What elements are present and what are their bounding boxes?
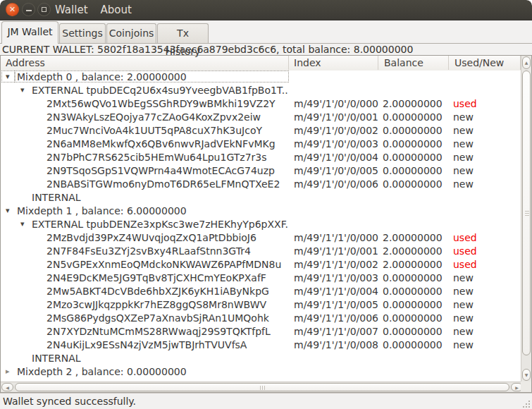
tree-row[interactable]: INTERNAL (1, 191, 521, 204)
index-cell: m/49'/1'/1'/0/006 (294, 312, 378, 325)
tree-row[interactable]: 2MzBvdjd39PxZ4WUvqjoqZxQ1aPtDbbioJ6m/49'… (1, 231, 521, 245)
tree-row[interactable]: 2N7XYDzNtuMCmMS28RWwaqj29S9TQKTfpfLm/49'… (1, 325, 521, 338)
balance-cell: 2.00000000 (383, 258, 443, 271)
index-cell: m/49'/1'/0'/0/005 (294, 164, 378, 178)
column-header-index[interactable]: Index (289, 56, 378, 70)
balance-cell: 0.00000000 (383, 151, 443, 164)
tree-row[interactable]: 2N5vGPExXnmEoQMdckoNKWAWZ6PAPfMDN8um/49'… (1, 258, 521, 271)
status-cell: used (453, 231, 477, 245)
menu-about[interactable]: About (101, 4, 132, 16)
group-label-cell: Mixdepth 1 , balance: 6.00000000 (17, 204, 288, 218)
status-cell: new (453, 271, 474, 285)
address-cell: 2N7bPhC7RS625cib5HEmWu64Lpu1GTz7r3s (47, 151, 288, 164)
address-cell: 2N5vGPExXnmEoQMdckoNKWAWZ6PAPfMDN8u (47, 258, 288, 271)
tree-row[interactable]: 2MsG86PydgsQXZeP7aXnavbSjRAn1UMQohkm/49'… (1, 312, 521, 325)
scroll-up-icon[interactable]: ▲ (522, 56, 531, 69)
thumb-grip (262, 386, 263, 390)
balance-cell: 0.00000000 (383, 325, 443, 338)
horizontal-scrollbar[interactable]: ◀ ▶ (1, 381, 531, 392)
tree-row[interactable]: 2NBABSiTGWmo6nyDmoT6DR65eLFMnQTXeE2m/49'… (1, 178, 521, 191)
vertical-scroll-thumb[interactable] (522, 71, 531, 355)
tree-row[interactable]: 2N7bPhC7RS625cib5HEmWu64Lpu1GTz7r3sm/49'… (1, 151, 521, 164)
tree-row[interactable]: 2N6aMM8eMkwfQx6QBv6nwvRJadVEkNFvMKgm/49'… (1, 138, 521, 151)
resize-grip-icon[interactable] (521, 399, 530, 408)
index-cell: m/49'/1'/0'/0/002 (294, 124, 378, 138)
tree-row[interactable]: ▾Mixdepth 0 , balance: 2.00000000 (1, 71, 521, 84)
status-cell: used (453, 97, 477, 111)
tree-row[interactable]: 2Muc7WnciVoA4k1UUT5qPA8cuX7hK3uJcoYm/49'… (1, 124, 521, 138)
branch-expanded-icon[interactable]: ▾ (6, 71, 10, 84)
status-cell: new (453, 178, 474, 191)
index-cell: m/49'/1'/1'/0/001 (294, 245, 378, 258)
current-wallet-label: CURRENT WALLET: 5802f18a13543faec6a879eb… (2, 44, 529, 55)
address-cell: 2N4E9DcKMe5JG9TqBv8TjCXHCmYEoKPXafF (47, 271, 288, 285)
maximize-icon[interactable] (37, 3, 51, 16)
tree-row[interactable]: 2N4uKijLx9ESsN4zjVzM5jwTBJrhTVUVfsAm/49'… (1, 338, 521, 352)
address-cell: 2N7XYDzNtuMCmMS28RWwaqj29S9TQKTfpfL (47, 325, 288, 338)
tree-row[interactable]: ▾EXTERNAL tpubDENZe3xpKsc3we7zHEKhyYp6pX… (1, 218, 521, 231)
index-cell: m/49'/1'/1'/0/007 (294, 325, 378, 338)
vertical-scrollbar[interactable]: ▲ ▼ (521, 56, 531, 382)
tree-row[interactable]: ▾Mixdepth 1 , balance: 6.00000000 (1, 204, 521, 218)
column-header-balance[interactable]: Balance (378, 56, 449, 70)
minimize-glyph (26, 10, 32, 11)
branch-expanded-icon[interactable]: ▾ (6, 204, 10, 218)
column-header-address[interactable]: Address (1, 56, 289, 70)
menu-wallet[interactable]: Wallet (55, 4, 88, 16)
index-cell: m/49'/1'/0'/0/003 (294, 138, 378, 151)
branch-expanded-icon[interactable]: ▾ (20, 84, 25, 97)
balance-cell: 0.00000000 (383, 285, 443, 298)
minimize-icon[interactable] (22, 3, 35, 16)
address-cell: 2N9TSqoSGpS1VQWPrn4a4WmotECAcG74uzp (47, 164, 288, 178)
address-cell: 2Mzo3cwJJkqzppkKr7hEZ8ggQS8Mr8nWBWV (47, 298, 288, 312)
index-cell: m/49'/1'/0'/0/006 (294, 178, 378, 191)
balance-cell: 0.00000000 (383, 312, 443, 325)
index-cell: m/49'/1'/1'/0/005 (294, 298, 378, 312)
balance-cell: 0.00000000 (383, 178, 443, 191)
balance-cell: 0.00000000 (383, 338, 443, 352)
tab-settings[interactable]: Settings (59, 23, 106, 43)
thumb-grip (525, 213, 529, 214)
index-cell: m/49'/1'/0'/0/000 (294, 97, 378, 111)
scroll-down-icon[interactable]: ▼ (522, 369, 531, 381)
tree-row[interactable]: 2Mxt56wQVo1WbEgSSGhRDY9wBMkhi19VZ2Ym/49'… (1, 97, 521, 111)
tab-tx-history[interactable]: Tx History (157, 23, 209, 43)
tree-header: AddressIndexBalanceUsed/New (1, 56, 521, 71)
tree-row[interactable]: ▸Mixdepth 2 , balance: 0.00000000 (1, 365, 521, 379)
address-cell: 2N3WAkyLszEQojya77cZAoG4KoxZpvx2eiw (47, 111, 288, 124)
scroll-left-icon[interactable]: ◀ (1, 383, 13, 391)
status-cell: new (453, 111, 474, 124)
tree-row[interactable]: 2N4E9DcKMe5JG9TqBv8TjCXHCmYEoKPXafFm/49'… (1, 271, 521, 285)
close-icon[interactable]: ✕ (6, 3, 19, 16)
address-cell: 2Mw5ABKT4DcVBde6hbXZJK6yKH1iAByNkpG (47, 285, 288, 298)
tab-coinjoins[interactable]: Coinjoins (106, 23, 156, 43)
tree-row[interactable]: INTERNAL (1, 352, 521, 365)
group-label-cell: INTERNAL (32, 352, 288, 365)
index-cell: m/49'/1'/1'/0/003 (294, 271, 378, 285)
balance-cell: 0.00000000 (383, 111, 443, 124)
tree-row[interactable]: ▾EXTERNAL tpubDECq2U6x4su9YveegbVAB1fpBo… (1, 84, 521, 97)
column-header-used-new[interactable]: Used/New (449, 56, 521, 70)
tree-row[interactable]: 2N3WAkyLszEQojya77cZAoG4KoxZpvx2eiwm/49'… (1, 111, 521, 124)
status-cell: new (453, 151, 474, 164)
address-cell: 2Muc7WnciVoA4k1UUT5qPA8cuX7hK3uJcoY (47, 124, 288, 138)
status-message: Wallet synced successfully. (3, 393, 136, 409)
status-cell: used (453, 258, 477, 271)
tab-pane-border (0, 43, 532, 44)
horizontal-scroll-thumb[interactable] (15, 383, 509, 391)
address-cell: 2MzBvdjd39PxZ4WUvqjoqZxQ1aPtDbbioJ6 (47, 231, 288, 245)
tree-row[interactable]: 2Mzo3cwJJkqzppkKr7hEZ8ggQS8Mr8nWBWVm/49'… (1, 298, 521, 312)
balance-cell: 2.00000000 (383, 231, 443, 245)
tree-row[interactable]: 2N7F84FsEu3ZYj2svBxy4RLaafStnn3GTr4m/49'… (1, 245, 521, 258)
branch-collapsed-icon[interactable]: ▸ (6, 365, 10, 379)
status-cell: new (453, 312, 474, 325)
app-window: ✕ WalletAbout JM WalletSettingsCoinjoins… (0, 0, 532, 409)
branch-expanded-icon[interactable]: ▾ (20, 218, 25, 231)
tree-row[interactable]: 2Mw5ABKT4DcVBde6hbXZJK6yKH1iAByNkpGm/49'… (1, 285, 521, 298)
balance-cell: 2.00000000 (383, 245, 443, 258)
balance-cell: 0.00000000 (383, 138, 443, 151)
status-cell: new (453, 285, 474, 298)
tree-row[interactable]: 2N9TSqoSGpS1VQWPrn4a4WmotECAcG74uzpm/49'… (1, 164, 521, 178)
tab-jm-wallet[interactable]: JM Wallet (1, 21, 58, 44)
status-cell: new (453, 138, 474, 151)
